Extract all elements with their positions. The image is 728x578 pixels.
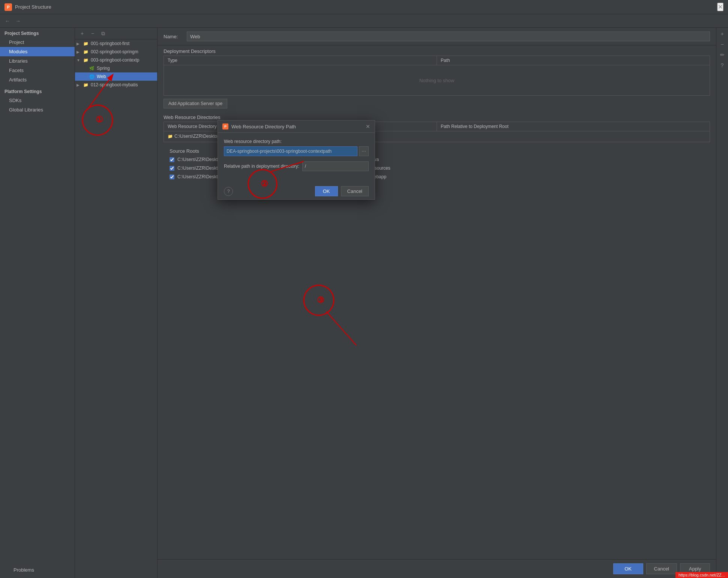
modal-path-input[interactable] xyxy=(224,146,357,156)
app-icon: P xyxy=(5,3,12,11)
sidebar-item-facets[interactable]: Facets xyxy=(0,66,75,75)
path-col-header: Path xyxy=(437,56,710,65)
file-tree: + − ⧉ ▶ 📁 001-springboot-first ▶ 📁 002-s… xyxy=(75,28,158,578)
tree-item-003[interactable]: ▼ 📁 003-springboot-contextp xyxy=(75,56,157,64)
help-right-icon[interactable]: ? xyxy=(718,61,727,70)
tree-item-spring[interactable]: 🌿 Spring xyxy=(75,64,157,72)
sidebar-item-modules[interactable]: Modules xyxy=(0,47,75,56)
add-right-icon[interactable]: + xyxy=(718,29,727,38)
sidebar: Project Settings Project Modules Librari… xyxy=(0,28,75,578)
modal-footer-right: OK Cancel xyxy=(315,186,369,196)
modal-icon: P xyxy=(222,123,228,129)
source-root-checkbox-1[interactable] xyxy=(170,166,174,171)
modal-ok-button[interactable]: OK xyxy=(315,186,338,196)
type-col-header: Type xyxy=(164,56,437,65)
path-relative-col: Path Relative to Deployment Root xyxy=(437,122,710,131)
right-icons-panel: + − ✏ ? xyxy=(716,28,728,578)
project-settings-header: Project Settings xyxy=(0,28,75,38)
source-root-checkbox-2[interactable] xyxy=(170,175,174,179)
title-bar: P Project Structure ✕ xyxy=(0,0,728,14)
content-area: Project Settings Project Modules Librari… xyxy=(0,28,728,578)
add-application-server-button[interactable]: Add Application Server spe xyxy=(164,99,227,108)
sidebar-item-sdks[interactable]: SDKs xyxy=(0,96,75,105)
window-title: Project Structure xyxy=(15,4,51,10)
tree-item-001[interactable]: ▶ 📁 001-springboot-first xyxy=(75,39,157,48)
platform-settings-header: Platform Settings xyxy=(0,84,75,96)
modal-browse-button[interactable]: ⋯ xyxy=(359,146,369,156)
modal-relative-input[interactable] xyxy=(302,161,369,171)
modal-dialog: P Web Resource Directory Path ✕ Web reso… xyxy=(218,120,375,200)
main-window: P Project Structure ✕ ← → Project Settin… xyxy=(0,0,728,578)
source-root-checkbox-0[interactable] xyxy=(170,157,174,162)
table-header: Type Path xyxy=(164,56,710,65)
file-tree-toolbar: + − ⧉ xyxy=(75,28,157,39)
deployment-descriptors-heading: Deployment Descriptors xyxy=(158,45,716,56)
tree-item-web[interactable]: 🌐 Web xyxy=(75,72,157,81)
close-window-button[interactable]: ✕ xyxy=(717,3,723,11)
folder-small-icon: 📁 xyxy=(168,134,173,139)
modal-relative-row: Relative path in deployment directory: xyxy=(224,161,369,171)
modal-title-bar: P Web Resource Directory Path ✕ xyxy=(218,120,375,133)
modal-close-button[interactable]: ✕ xyxy=(366,123,370,129)
modal-cancel-button[interactable]: Cancel xyxy=(341,186,369,196)
modal-path-label: Web resource directory path: xyxy=(224,139,369,144)
sidebar-item-libraries[interactable]: Libraries xyxy=(0,56,75,66)
modal-relative-label: Relative path in deployment directory: xyxy=(224,164,299,169)
ok-button[interactable]: OK xyxy=(613,563,643,574)
name-row: Name: xyxy=(158,28,716,45)
modal-footer: ? OK Cancel xyxy=(218,183,375,199)
modal-body: Web resource directory path: ⋯ Relative … xyxy=(218,133,375,183)
main-content-area: Name: Deployment Descriptors Type Path N… xyxy=(158,28,716,578)
nav-bar: ← → xyxy=(0,14,728,28)
sidebar-item-global-libraries[interactable]: Global Libraries xyxy=(0,105,75,114)
tree-item-002[interactable]: ▶ 📁 002-springboot-springm xyxy=(75,48,157,56)
modal-help-button[interactable]: ? xyxy=(224,187,233,196)
name-label: Name: xyxy=(164,34,182,39)
sidebar-item-project[interactable]: Project xyxy=(0,38,75,47)
add-button-row: Add Application Server spe xyxy=(158,96,716,111)
deployment-descriptors-table: Type Path Nothing to show xyxy=(164,56,710,96)
modal-title: Web Resource Directory Path xyxy=(231,124,366,129)
bottom-bar: OK Cancel Apply xyxy=(158,559,716,578)
edit-right-icon[interactable]: ✏ xyxy=(718,50,727,59)
table-body-empty: Nothing to show xyxy=(164,65,710,95)
back-button[interactable]: ← xyxy=(3,17,12,26)
tree-item-012[interactable]: ▶ 📁 012-springboot-mybatis xyxy=(75,81,157,89)
name-input[interactable] xyxy=(187,32,710,41)
cancel-button[interactable]: Cancel xyxy=(646,563,677,574)
sidebar-item-problems[interactable]: Problems xyxy=(5,565,70,575)
add-module-button[interactable]: + xyxy=(78,29,86,38)
sidebar-item-artifacts[interactable]: Artifacts xyxy=(0,75,75,84)
forward-button[interactable]: → xyxy=(14,17,23,26)
nothing-to-show-label: Nothing to show xyxy=(419,78,454,83)
copy-module-button[interactable]: ⧉ xyxy=(99,29,107,38)
modal-path-row: ⋯ xyxy=(224,146,369,156)
remove-right-icon[interactable]: − xyxy=(718,40,727,49)
watermark: https://blog.csdn.net/ZZ... xyxy=(675,572,728,578)
remove-module-button[interactable]: − xyxy=(89,29,97,38)
